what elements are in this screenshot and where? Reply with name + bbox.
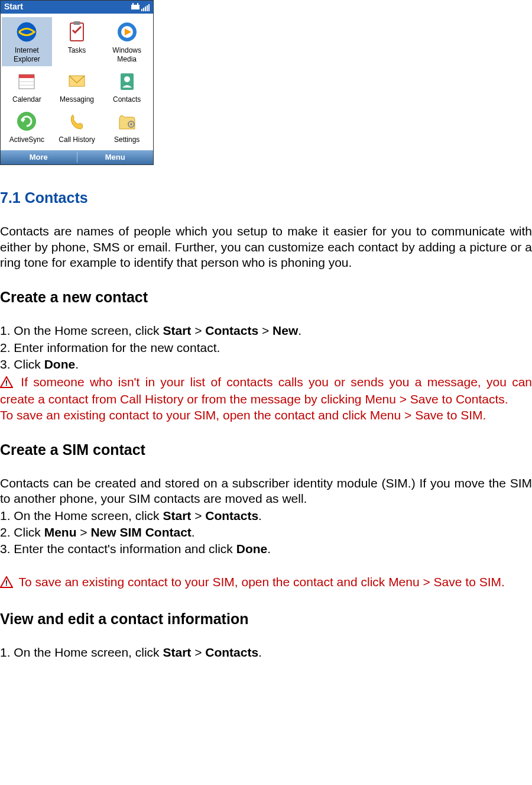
app-label: Windows Media	[103, 46, 151, 64]
step-3: 3. Click Done.	[0, 357, 532, 372]
app-grid: Internet Explorer Tasks Windows Media Ca…	[1, 14, 153, 150]
warning-note-1: ! If someone who isn't in your list of c…	[0, 374, 532, 408]
svg-rect-7	[148, 4, 150, 11]
softkey-right[interactable]: Menu	[77, 153, 154, 162]
app-messaging[interactable]: Messaging	[52, 66, 102, 106]
svg-rect-1	[132, 3, 134, 5]
intro-paragraph: Contacts are names of people which you s…	[0, 224, 532, 270]
warning-icon: !	[0, 576, 13, 592]
warning-note-2: ! To save an existing contact to your SI…	[0, 574, 532, 592]
svg-rect-5	[145, 7, 146, 11]
svg-rect-6	[147, 5, 148, 11]
contacts-icon	[115, 69, 140, 93]
warning-icon: !	[0, 376, 13, 392]
sim-step-1: 1. On the Home screen, click Start > Con…	[0, 508, 532, 524]
app-label: Call History	[59, 135, 95, 144]
svg-rect-0	[131, 5, 140, 9]
activesync-icon	[14, 109, 39, 134]
svg-text:!: !	[5, 379, 8, 387]
svg-point-21	[124, 76, 130, 82]
bars-icon	[141, 3, 150, 11]
svg-text:!: !	[5, 579, 8, 587]
app-label: ActiveSync	[9, 135, 44, 144]
app-label: Tasks	[68, 46, 86, 55]
svg-rect-11	[73, 21, 80, 25]
sim-step-2: 2. Click Menu > New SIM Contact.	[0, 525, 532, 540]
app-tasks[interactable]: Tasks	[52, 17, 102, 66]
app-settings[interactable]: Settings	[102, 106, 152, 147]
ie-icon	[14, 20, 39, 44]
sim-intro: Contacts can be created and stored on a …	[0, 476, 532, 507]
svg-point-22	[17, 112, 36, 131]
app-call-history[interactable]: Call History	[52, 106, 102, 147]
signal-icon	[131, 3, 140, 11]
svg-rect-16	[19, 75, 34, 78]
app-calendar[interactable]: Calendar	[2, 66, 52, 106]
phone-screenshot: Start Internet Explorer Tasks Windows Me…	[0, 0, 154, 165]
app-internet-explorer[interactable]: Internet Explorer	[2, 17, 52, 66]
app-label: Settings	[114, 135, 140, 144]
softkey-left[interactable]: More	[1, 153, 77, 162]
step-1: 1. On the Home screen, click Start > Con…	[0, 323, 532, 338]
subheading-view-edit: View and edit a contact information	[0, 610, 532, 628]
svg-point-25	[130, 123, 132, 125]
subheading-sim-contact: Create a SIM contact	[0, 441, 532, 459]
tasks-icon	[64, 20, 89, 44]
app-label: Internet Explorer	[3, 46, 51, 64]
svg-rect-2	[137, 3, 138, 5]
app-contacts[interactable]: Contacts	[102, 66, 152, 106]
wmp-icon	[115, 20, 140, 44]
warning-note-1b: To save an existing contact to your SIM,…	[0, 408, 532, 423]
app-label: Calendar	[12, 95, 41, 104]
phone-softkeys: More Menu	[1, 150, 153, 164]
sim-step-3: 3. Enter the contact's information and c…	[0, 541, 532, 557]
view-step-1: 1. On the Home screen, click Start > Con…	[0, 645, 532, 660]
calendar-icon	[14, 69, 39, 93]
section-title: 7.1 Contacts	[0, 189, 532, 207]
app-activesync[interactable]: ActiveSync	[2, 106, 52, 147]
settings-icon	[115, 109, 140, 134]
app-windows-media[interactable]: Windows Media	[102, 17, 152, 66]
subheading-create-contact: Create a new contact	[0, 288, 532, 306]
svg-rect-4	[143, 8, 144, 11]
app-label: Messaging	[60, 95, 94, 104]
phone-topbar: Start	[1, 1, 153, 14]
app-label: Contacts	[113, 95, 141, 104]
status-icons	[131, 3, 150, 11]
svg-rect-3	[141, 9, 142, 11]
call-history-icon	[64, 109, 89, 134]
messaging-icon	[64, 69, 89, 93]
step-2: 2. Enter information for the new contact…	[0, 340, 532, 356]
topbar-title: Start	[4, 2, 23, 12]
